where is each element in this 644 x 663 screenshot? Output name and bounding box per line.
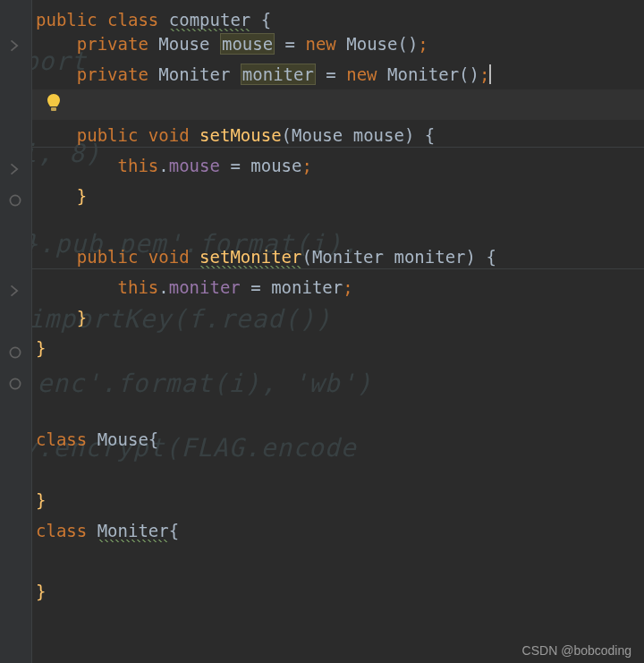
svg-point-1 xyxy=(10,347,20,357)
svg-point-2 xyxy=(10,378,20,388)
code-line[interactable]: class Moniter{ xyxy=(32,515,644,546)
override-icon[interactable] xyxy=(7,344,23,361)
code-line[interactable]: } xyxy=(32,181,644,211)
code-line[interactable]: } xyxy=(32,485,644,515)
gutter xyxy=(0,0,32,663)
code-line[interactable] xyxy=(32,394,644,424)
code-line[interactable]: private Mouse mouse = new Mouse(); xyxy=(32,29,644,59)
code-line[interactable] xyxy=(32,363,644,394)
code-line[interactable]: } xyxy=(32,333,644,363)
override-icon[interactable] xyxy=(7,376,23,392)
code-line[interactable] xyxy=(32,455,644,485)
code-line[interactable]: public class computer { xyxy=(32,0,644,29)
code-line[interactable]: class Mouse{ xyxy=(32,424,644,455)
code-line[interactable] xyxy=(32,89,644,120)
override-icon[interactable] xyxy=(7,192,23,208)
svg-point-0 xyxy=(10,195,20,205)
code-line[interactable]: this.mouse = mouse; xyxy=(32,150,644,181)
code-line[interactable]: this.moniter = moniter; xyxy=(32,272,644,302)
fold-icon[interactable] xyxy=(7,38,23,54)
fold-icon[interactable] xyxy=(7,161,23,177)
watermark-text: CSDN @bobcoding xyxy=(522,643,631,658)
code-line[interactable]: private Moniter moniter = new Moniter(); xyxy=(32,59,644,89)
code-line[interactable]: public void setMouse(Mouse mouse) { xyxy=(32,120,644,150)
code-line[interactable]: } xyxy=(32,302,644,333)
code-line[interactable]: } xyxy=(32,576,644,607)
fold-icon[interactable] xyxy=(7,283,23,299)
code-line[interactable]: public void setMoniter(Moniter moniter) … xyxy=(32,242,644,272)
code-line[interactable] xyxy=(32,211,644,242)
text-caret xyxy=(489,64,491,84)
code-line[interactable] xyxy=(32,546,644,576)
code-editor[interactable]: public class computer { private Mouse mo… xyxy=(32,0,644,663)
